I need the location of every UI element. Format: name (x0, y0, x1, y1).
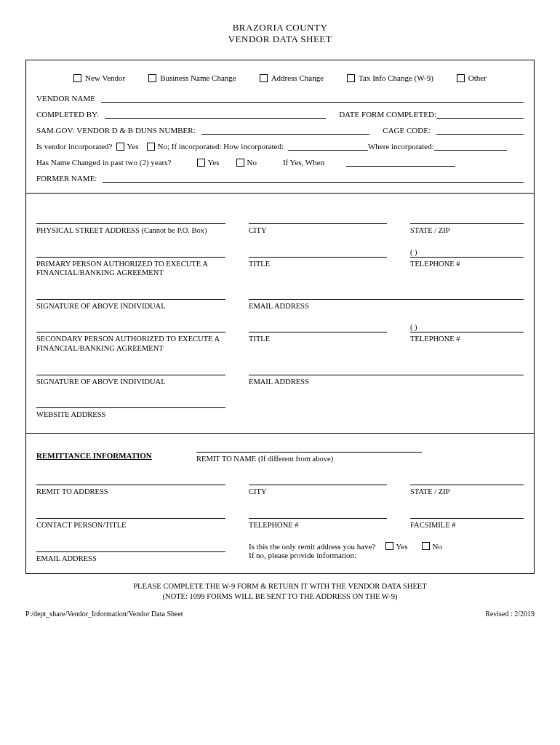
input-remit-email[interactable] (36, 542, 225, 552)
label-other: Other (468, 73, 487, 82)
label-biz-name-change: Business Name Change (160, 73, 236, 82)
input-remit-telephone[interactable] (249, 509, 387, 519)
row-remit-header: REMITTANCE INFORMATION REMIT TO NAME (If… (36, 442, 524, 464)
section-address-contacts: PHYSICAL STREET ADDRESS (Cannot be P.O. … (26, 194, 534, 434)
input-remit-to-name[interactable] (196, 442, 422, 453)
label-if-no-provide: If no, please provide information: (249, 551, 524, 559)
input-secondary-person[interactable] (36, 322, 225, 332)
label-date-form-completed: DATE FORM COMPLETED: (339, 110, 436, 119)
heading-remittance: REMITTANCE INFORMATION (36, 451, 152, 460)
input-vendor-name[interactable] (101, 94, 524, 103)
input-remit-contact[interactable] (36, 509, 225, 519)
input-former-name[interactable] (103, 174, 524, 183)
input-secondary-signature[interactable] (36, 365, 225, 375)
label-only-remit-question: Is this the only remit address you have? (249, 542, 375, 551)
label-city: CITY (249, 226, 387, 236)
input-primary-title[interactable] (249, 247, 387, 258)
label-if-yes-when: If Yes, When (283, 158, 324, 167)
label-where-incorporated: Where incorporated: (368, 142, 434, 151)
label-remit-address: REMIT TO ADDRESS (36, 487, 225, 497)
label-is-incorporated: Is vendor incorporated? (36, 142, 112, 151)
label-remit-contact: CONTACT PERSON/TITLE (36, 521, 225, 530)
input-remit-state-zip[interactable] (410, 475, 524, 485)
label-primary-signature: SIGNATURE OF ABOVE INDIVIDUAL (36, 302, 225, 311)
input-state-zip[interactable] (410, 214, 524, 224)
input-physical-address[interactable] (36, 214, 225, 224)
input-city[interactable] (249, 214, 387, 224)
row-former-name: FORMER NAME: (36, 174, 524, 183)
label-remit-facsimile: FACSIMILE # (410, 521, 524, 530)
label-inc-no: No; If incorporated: How incorporated: (157, 142, 284, 151)
input-duns[interactable] (201, 126, 370, 135)
input-primary-person[interactable] (36, 247, 225, 258)
footer-bottom-bar: P:/dept_share/Vendor_Information/Vendor … (25, 610, 535, 618)
checkbox-only-remit-yes[interactable]: Yes (385, 542, 407, 551)
checkbox-new-vendor[interactable]: New Vendor (73, 73, 125, 82)
label-secondary-person: SECONDARY PERSON AUTHORIZED TO EXECUTE A… (36, 335, 225, 353)
input-primary-email[interactable] (249, 290, 524, 300)
row-duns: SAM.GOV: VENDOR D & B DUNS NUMBER: CAGE … (36, 126, 524, 135)
paren-secondary-phone: ( ) (410, 323, 417, 331)
input-secondary-title[interactable] (249, 322, 387, 332)
label-inc-yes: Yes (127, 142, 138, 151)
label-vendor-name: VENDOR NAME (36, 94, 95, 103)
label-remit-state-zip: STATE / ZIP (410, 487, 524, 497)
label-secondary-telephone: TELEPHONE # (410, 335, 524, 352)
label-physical-address: PHYSICAL STREET ADDRESS (Cannot be P.O. … (36, 226, 225, 236)
row-secondary-signature: SIGNATURE OF ABOVE INDIVIDUAL EMAIL ADDR… (36, 365, 524, 387)
checkbox-incorporated-no[interactable]: No; If incorporated: How incorporated: (147, 142, 284, 151)
row-physical-address: PHYSICAL STREET ADDRESS (Cannot be P.O. … (36, 214, 524, 236)
input-secondary-email[interactable] (249, 365, 524, 375)
footer-revised: Revised : 2/2019 (485, 610, 535, 618)
label-remit-to-name: REMIT TO NAME (If different from above) (196, 455, 422, 464)
row-primary-person: PRIMARY PERSON AUTHORIZED TO EXECUTE A F… (36, 247, 524, 278)
purpose-checkbox-row: New Vendor Business Name Change Address … (36, 73, 524, 82)
checkbox-biz-name-change[interactable]: Business Name Change (148, 73, 236, 82)
label-only-remit-yes: Yes (396, 542, 407, 551)
input-secondary-telephone[interactable]: ( ) (410, 322, 524, 332)
input-date-form-completed[interactable] (436, 110, 524, 119)
checkbox-incorporated-yes[interactable]: Yes (116, 142, 138, 151)
checkbox-tax-info-change[interactable]: Tax Info Change (W-9) (347, 73, 433, 82)
checkbox-name-changed-yes[interactable]: Yes (197, 158, 219, 167)
input-completed-by[interactable] (105, 110, 326, 119)
row-remit-contact: CONTACT PERSON/TITLE TELEPHONE # FACSIMI… (36, 509, 524, 530)
input-website[interactable] (36, 398, 225, 408)
input-remit-facsimile[interactable] (410, 509, 524, 519)
input-primary-signature[interactable] (36, 290, 225, 300)
input-remit-city[interactable] (249, 475, 387, 485)
label-nc-no: No (247, 158, 256, 167)
checkbox-name-changed-no[interactable]: No (236, 158, 256, 167)
label-remit-telephone: TELEPHONE # (249, 521, 387, 530)
row-website: WEBSITE ADDRESS (36, 398, 524, 420)
section-remittance: REMITTANCE INFORMATION REMIT TO NAME (If… (26, 434, 534, 573)
row-incorporated: Is vendor incorporated? Yes No; If incor… (36, 142, 524, 151)
section-vendor-info: New Vendor Business Name Change Address … (26, 60, 534, 194)
label-address-change: Address Change (271, 73, 324, 82)
checkbox-address-change[interactable]: Address Change (260, 73, 324, 82)
paren-primary-phone: ( ) (410, 248, 417, 256)
input-cage-code[interactable] (436, 126, 524, 135)
label-duns: SAM.GOV: VENDOR D & B DUNS NUMBER: (36, 126, 196, 135)
header-title: VENDOR DATA SHEET (25, 33, 535, 45)
checkbox-only-remit-no[interactable]: No (422, 542, 441, 551)
input-when-name-changed[interactable] (346, 158, 455, 167)
label-secondary-signature: SIGNATURE OF ABOVE INDIVIDUAL (36, 378, 225, 387)
label-cage-code: CAGE CODE: (383, 126, 431, 135)
input-primary-telephone[interactable]: ( ) (410, 247, 524, 258)
row-remit-email: EMAIL ADDRESS Is this the only remit add… (36, 542, 524, 564)
row-secondary-person: SECONDARY PERSON AUTHORIZED TO EXECUTE A… (36, 322, 524, 353)
input-how-incorporated[interactable] (288, 142, 368, 151)
checkbox-other[interactable]: Other (457, 73, 487, 82)
input-where-incorporated[interactable] (434, 142, 507, 151)
footer-line1: PLEASE COMPLETE THE W-9 FORM & RETURN IT… (25, 581, 535, 591)
row-primary-signature: SIGNATURE OF ABOVE INDIVIDUAL EMAIL ADDR… (36, 290, 524, 311)
label-nc-yes: Yes (207, 158, 219, 167)
label-website: WEBSITE ADDRESS (36, 410, 225, 420)
label-completed-by: COMPLETED BY: (36, 110, 99, 119)
label-primary-email: EMAIL ADDRESS (249, 302, 524, 311)
form-header: BRAZORIA COUNTY VENDOR DATA SHEET (25, 22, 535, 45)
label-only-remit-no: No (432, 542, 441, 551)
input-remit-address[interactable] (36, 475, 225, 485)
label-former-name: FORMER NAME: (36, 174, 97, 183)
